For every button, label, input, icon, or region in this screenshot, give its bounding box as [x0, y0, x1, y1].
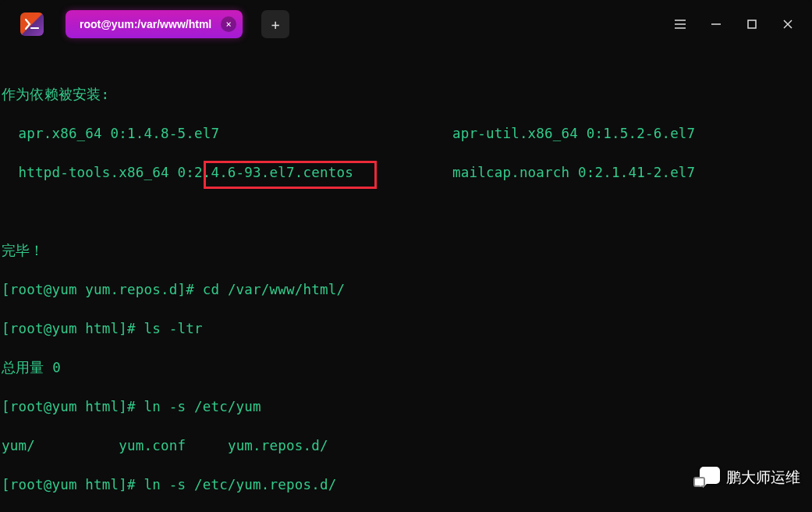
tab-title: root@yum:/var/www/html	[80, 18, 211, 30]
tab-close-icon[interactable]: ×	[221, 16, 236, 32]
watermark-text: 鹏大师运维	[726, 468, 800, 488]
output-line: apr.x86_64 0:1.4.8-5.el7apr-util.x86_64 …	[2, 124, 812, 144]
prompt-line: [root@yum html]# ls -ltr	[2, 319, 812, 339]
output-line: httpd-tools.x86_64 0:2.4.6-93.el7.centos…	[2, 163, 812, 183]
wechat-icon	[693, 467, 720, 489]
menu-button[interactable]	[662, 12, 698, 36]
prompt-line: [root@yum html]# ln -s /etc/yum.repos.d/	[2, 475, 812, 495]
new-tab-button[interactable]: +	[261, 10, 289, 38]
output-line: 完毕！	[2, 241, 812, 261]
prompt-line: [root@yum html]# ln -s /etc/yum	[2, 397, 812, 417]
output-line	[2, 202, 812, 222]
svg-rect-5	[748, 20, 756, 28]
output-line: 作为依赖被安装:	[2, 85, 812, 105]
terminal-output[interactable]: 作为依赖被安装: apr.x86_64 0:1.4.8-5.el7apr-uti…	[0, 48, 812, 512]
terminal-app-icon	[20, 12, 44, 36]
close-button[interactable]	[770, 12, 806, 36]
maximize-button[interactable]	[734, 12, 770, 36]
minimize-button[interactable]	[698, 12, 734, 36]
titlebar: root@yum:/var/www/html × +	[0, 0, 812, 48]
output-line: yum/ yum.conf yum.repos.d/	[2, 436, 812, 456]
prompt-line: [root@yum yum.repos.d]# cd /var/www/html…	[2, 280, 812, 300]
tab-active[interactable]: root@yum:/var/www/html ×	[66, 10, 243, 38]
watermark: 鹏大师运维	[693, 467, 800, 489]
output-line: 总用量 0	[2, 358, 812, 378]
